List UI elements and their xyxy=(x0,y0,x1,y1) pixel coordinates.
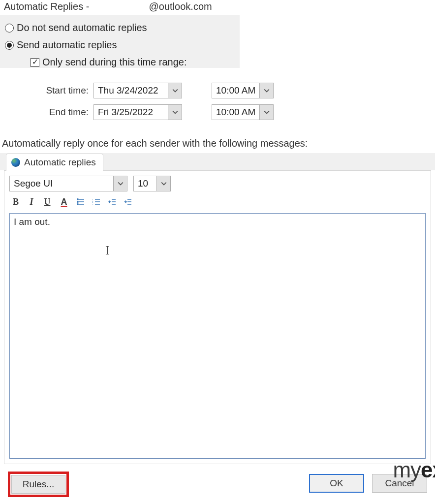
font-size-combo[interactable]: 10 xyxy=(133,176,171,191)
end-time-value: 10:00 AM xyxy=(212,105,259,119)
button-bar: Rules... OK Cancel xyxy=(0,471,435,496)
chevron-down-icon[interactable] xyxy=(259,105,273,120)
svg-point-4 xyxy=(77,204,78,205)
radio-send-label: Send automatic replies xyxy=(17,39,117,51)
ok-button[interactable]: OK xyxy=(309,474,364,493)
end-time-combo[interactable]: 10:00 AM xyxy=(212,104,274,120)
chevron-down-icon[interactable] xyxy=(113,176,127,191)
options-panel: Do not send automatic replies Send autom… xyxy=(0,15,240,68)
radio-do-not-send-label: Do not send automatic replies xyxy=(17,22,147,33)
rules-highlight-box: Rules... xyxy=(8,472,69,497)
font-name-value: Segoe UI xyxy=(10,177,113,190)
start-time-row: Start time: Thu 3/24/2022 10:00 AM xyxy=(0,83,435,98)
start-date-combo[interactable]: Thu 3/24/2022 xyxy=(93,83,182,98)
message-body-editor[interactable]: I am out. I xyxy=(9,213,426,459)
globe-icon xyxy=(11,158,20,167)
chevron-down-icon[interactable] xyxy=(259,83,273,98)
title-email-domain: @outlook.com xyxy=(149,1,212,12)
tabstrip: Automatic replies xyxy=(0,153,435,170)
start-time-combo[interactable]: 10:00 AM xyxy=(212,83,274,98)
chevron-down-icon[interactable] xyxy=(156,176,170,191)
font-color-button[interactable]: A xyxy=(57,195,71,208)
editor-area: Segoe UI 10 B I U A 1 2 xyxy=(4,170,431,464)
checkbox-icon[interactable] xyxy=(31,58,39,67)
cancel-button[interactable]: Cancel xyxy=(372,474,427,493)
radio-icon[interactable] xyxy=(5,24,14,32)
chevron-down-icon[interactable] xyxy=(168,83,182,98)
tab-automatic-replies[interactable]: Automatic replies xyxy=(6,154,103,171)
radio-icon[interactable] xyxy=(5,41,14,50)
svg-text:3: 3 xyxy=(92,203,93,206)
end-date-value: Fri 3/25/2022 xyxy=(94,105,168,119)
message-body-text: I am out. xyxy=(14,217,50,227)
bold-button[interactable]: B xyxy=(9,195,22,208)
bullet-list-button[interactable] xyxy=(74,195,87,208)
info-label: Automatically reply once for each sender… xyxy=(2,138,433,149)
checkbox-time-range[interactable]: Only send during this time range: xyxy=(31,57,235,68)
indent-button[interactable] xyxy=(122,195,134,208)
checkbox-time-range-label: Only send during this time range: xyxy=(42,57,187,68)
tab-label: Automatic replies xyxy=(24,157,96,168)
chevron-down-icon[interactable] xyxy=(168,105,182,120)
radio-send[interactable]: Send automatic replies xyxy=(5,39,235,51)
window-title: Automatic Replies - @outlook.com xyxy=(0,0,435,15)
font-name-combo[interactable]: Segoe UI xyxy=(9,176,127,191)
underline-button[interactable]: U xyxy=(41,195,54,208)
text-cursor-icon: I xyxy=(105,243,110,258)
svg-point-2 xyxy=(77,201,78,202)
start-date-value: Thu 3/24/2022 xyxy=(94,84,168,97)
end-time-label: End time: xyxy=(39,107,93,118)
svg-point-0 xyxy=(77,199,78,200)
font-size-value: 10 xyxy=(134,177,156,190)
radio-do-not-send[interactable]: Do not send automatic replies xyxy=(5,22,235,33)
outdent-button[interactable] xyxy=(106,195,119,208)
start-time-label: Start time: xyxy=(39,85,93,96)
rules-button[interactable]: Rules... xyxy=(11,475,65,494)
start-time-value: 10:00 AM xyxy=(212,84,259,97)
end-date-combo[interactable]: Fri 3/25/2022 xyxy=(93,104,182,120)
numbered-list-button[interactable]: 1 2 3 xyxy=(90,195,103,208)
italic-button[interactable]: I xyxy=(25,195,38,208)
title-prefix: Automatic Replies - xyxy=(4,1,89,12)
end-time-row: End time: Fri 3/25/2022 10:00 AM xyxy=(0,104,435,120)
